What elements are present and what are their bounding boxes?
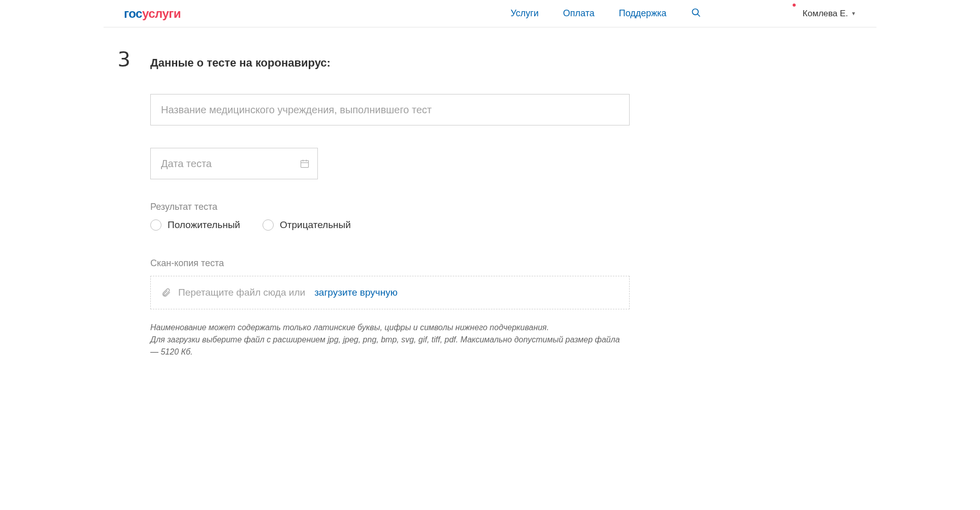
result-label: Результат теста [150, 202, 630, 212]
search-icon[interactable] [691, 8, 701, 20]
radio-circle-icon [263, 219, 274, 231]
nav-payment[interactable]: Оплата [563, 8, 595, 19]
nav-services[interactable]: Услуги [510, 8, 538, 19]
radio-circle-icon [150, 219, 161, 231]
field-institution [150, 94, 630, 125]
paperclip-icon [161, 288, 171, 298]
radio-negative-label: Отрицательный [280, 219, 351, 231]
nav: Услуги Оплата Поддержка [510, 8, 701, 20]
logo-uslugi: услуги [142, 7, 181, 20]
upload-text: Перетащите файл сюда или [178, 287, 305, 298]
field-date [150, 148, 630, 179]
user-menu[interactable]: Комлева Е. ▼ [803, 9, 856, 19]
logo[interactable]: госуслуги [124, 7, 181, 21]
svg-point-0 [692, 9, 698, 15]
user-name: Комлева Е. [803, 9, 848, 19]
upload-hint: Наименование может содержать только лати… [150, 322, 630, 358]
field-result: Результат теста Положительный Отрицатель… [150, 202, 630, 231]
step-header: Ɛ Данные о тесте на коронавирус: [116, 48, 876, 72]
hint-line-1: Наименование может содержать только лати… [150, 322, 630, 334]
scan-label: Скан-копия теста [150, 258, 630, 269]
step-number: Ɛ [116, 48, 132, 72]
upload-link[interactable]: загрузите вручную [314, 287, 398, 298]
calendar-icon[interactable] [300, 158, 310, 169]
logo-gos: гос [124, 7, 142, 20]
svg-line-1 [697, 14, 700, 16]
nav-support[interactable]: Поддержка [619, 8, 667, 19]
chevron-down-icon: ▼ [851, 11, 856, 16]
upload-zone[interactable]: Перетащите файл сюда или загрузите вручн… [150, 276, 630, 309]
radio-negative[interactable]: Отрицательный [263, 219, 351, 231]
notification-dot-icon [793, 4, 796, 7]
hint-line-2: Для загрузки выберите файл с расширением… [150, 334, 630, 358]
institution-input[interactable] [150, 94, 630, 125]
radio-positive[interactable]: Положительный [150, 219, 240, 231]
step-title: Данные о тесте на коронавирус: [150, 56, 331, 70]
svg-rect-2 [301, 161, 309, 167]
date-input[interactable] [150, 148, 318, 179]
form: Результат теста Положительный Отрицатель… [116, 94, 630, 358]
radio-positive-label: Положительный [168, 219, 240, 231]
header: госуслуги Услуги Оплата Поддержка Комлев… [104, 0, 876, 27]
content: Ɛ Данные о тесте на коронавирус: Результ… [104, 27, 876, 389]
result-radio-group: Положительный Отрицательный [150, 219, 630, 231]
field-scan: Скан-копия теста Перетащите файл сюда ил… [150, 258, 630, 358]
